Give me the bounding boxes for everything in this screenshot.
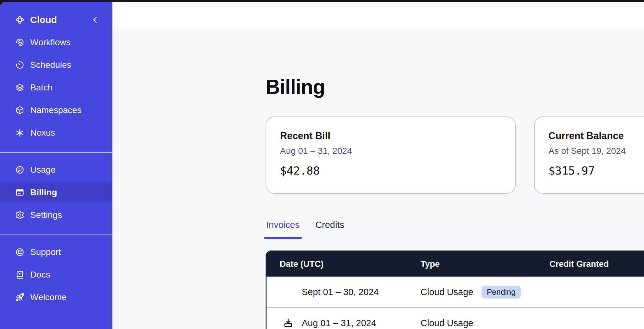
topbar: [113, 2, 644, 28]
content: Billing Recent Bill Aug 01 – 31, 2024 $4…: [113, 28, 644, 329]
nexus-asterisk-icon: [15, 128, 25, 138]
sidebar-item-label: Docs: [30, 270, 50, 280]
card-title: Recent Bill: [280, 130, 501, 142]
card-title: Current Balance: [548, 130, 644, 142]
workflows-spiral-icon: [15, 38, 25, 47]
invoice-date: Sept 01 – 30, 2024: [302, 287, 379, 297]
sidebar-brand-label: Cloud: [30, 14, 57, 25]
chevron-left-icon[interactable]: [91, 16, 99, 24]
sidebar-divider: [0, 235, 112, 235]
usage-gauge-icon: [15, 165, 25, 175]
card-amount: $42.88: [280, 164, 501, 177]
page-title: Billing: [266, 74, 644, 100]
column-header-date: Date (UTC): [267, 259, 407, 269]
sidebar-divider: [0, 152, 112, 153]
tab-credits[interactable]: Credits: [315, 220, 345, 238]
schedules-timer-icon: [15, 60, 25, 70]
column-header-credit-granted: Credit Granted: [536, 259, 644, 269]
sidebar-item-welcome[interactable]: Welcome: [0, 287, 112, 307]
sidebar: Cloud Workflows: [0, 2, 112, 329]
sidebar-item-label: Support: [30, 247, 61, 257]
tab-invoices[interactable]: Invoices: [266, 220, 300, 238]
settings-gear-icon: [15, 210, 25, 220]
sidebar-item-label: Welcome: [30, 292, 67, 302]
card-period: Aug 01 – 31, 2024: [280, 146, 501, 156]
batch-layers-icon: [15, 83, 25, 92]
app-window: Cloud Workflows: [0, 2, 644, 329]
sidebar-item-label: Nexus: [30, 128, 55, 138]
card-period: As of Sept 19, 2024: [548, 146, 644, 156]
table-header: Date (UTC) Type Credit Granted: [267, 251, 644, 277]
sidebar-item-label: Billing: [30, 187, 57, 197]
current-balance-card: Current Balance As of Sept 19, 2024 $315…: [534, 116, 644, 194]
sidebar-item-support[interactable]: Support: [0, 242, 112, 262]
invoices-table: Date (UTC) Type Credit Granted Sept 01 –…: [266, 251, 644, 329]
card-amount: $315.97: [548, 164, 644, 177]
download-invoice-icon[interactable]: [283, 318, 294, 328]
sidebar-item-settings[interactable]: Settings: [0, 205, 112, 225]
docs-book-icon: [15, 270, 25, 279]
welcome-rocket-icon: [15, 293, 25, 302]
recent-bill-card: Recent Bill Aug 01 – 31, 2024 $42.88: [266, 116, 516, 194]
sidebar-item-schedules[interactable]: Schedules: [0, 55, 112, 75]
sidebar-item-workflows[interactable]: Workflows: [0, 32, 112, 52]
support-lifebuoy-icon: [15, 247, 25, 257]
temporal-logo-icon: [15, 15, 25, 24]
sidebar-item-label: Workflows: [30, 37, 71, 47]
invoice-date: Aug 01 – 31, 2024: [302, 318, 376, 328]
sidebar-item-namespaces[interactable]: Namespaces: [0, 100, 112, 120]
empty-icon-slot: [283, 287, 294, 297]
invoice-type: Cloud Usage: [421, 287, 473, 297]
sidebar-item-docs[interactable]: Docs: [0, 265, 112, 285]
sidebar-item-nexus[interactable]: Nexus: [0, 123, 112, 143]
sidebar-item-label: Schedules: [30, 60, 71, 70]
column-header-type: Type: [407, 259, 536, 269]
sidebar-item-label: Batch: [30, 83, 53, 93]
sidebar-item-billing[interactable]: Billing: [0, 182, 112, 202]
sidebar-brand-cloud[interactable]: Cloud: [0, 10, 112, 30]
table-row: Sept 01 – 30, 2024 Cloud Usage Pending: [267, 277, 644, 307]
billing-card-icon: [15, 188, 25, 197]
main-area: Billing Recent Bill Aug 01 – 31, 2024 $4…: [112, 2, 644, 329]
sidebar-item-label: Usage: [30, 165, 56, 175]
sidebar-item-label: Namespaces: [30, 105, 81, 115]
sidebar-item-usage[interactable]: Usage: [0, 160, 112, 180]
invoice-type: Cloud Usage: [421, 318, 473, 328]
sidebar-item-batch[interactable]: Batch: [0, 78, 112, 98]
table-row: Aug 01 – 31, 2024 Cloud Usage: [267, 307, 644, 329]
status-badge: Pending: [482, 286, 521, 299]
summary-cards: Recent Bill Aug 01 – 31, 2024 $42.88 Cur…: [266, 116, 644, 194]
billing-tabs: Invoices Credits: [266, 220, 644, 238]
namespaces-cube-icon: [15, 105, 25, 115]
sidebar-item-label: Settings: [30, 210, 62, 220]
